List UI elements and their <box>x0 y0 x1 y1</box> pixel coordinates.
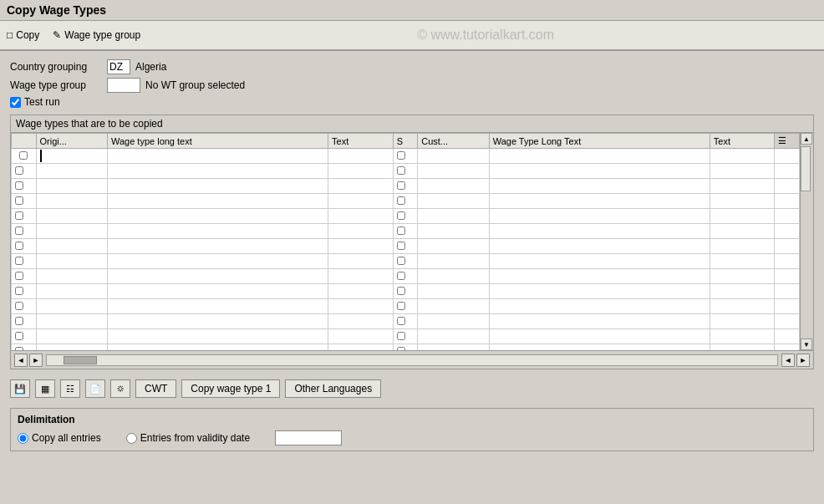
col-header-text2: Text <box>710 134 775 149</box>
toolbar: □ Copy ✎ Wage type group © www.tutorialk… <box>0 21 824 51</box>
table-row <box>12 344 800 351</box>
next-col-btn[interactable]: ► <box>796 354 810 367</box>
entries-from-radio-item: Entries from validity date <box>126 432 250 444</box>
col-header-settings[interactable]: ☰ <box>775 134 800 149</box>
country-grouping-input[interactable] <box>107 59 130 74</box>
wage-type-group-label: Wage type group <box>10 79 102 91</box>
next-page-btn[interactable]: ► <box>29 354 43 367</box>
table-header-row: Origi... Wage type long text Text S Cust… <box>12 134 800 149</box>
scroll-up-btn[interactable]: ▲ <box>801 133 812 145</box>
prev-page-btn[interactable]: ◄ <box>14 354 28 367</box>
validity-date-input[interactable] <box>275 430 342 445</box>
col-header-s: S <box>393 134 418 149</box>
other-languages-label: Other Languages <box>294 383 372 395</box>
row-wage-type-long[interactable] <box>489 149 710 164</box>
col-header-orig: Origi... <box>36 134 107 149</box>
table-row <box>12 209 800 224</box>
copy-all-radio-item: Copy all entries <box>18 432 101 444</box>
toolbar-copy[interactable]: □ Copy <box>7 29 39 41</box>
copy-wage-type-label: Copy wage type 1 <box>191 383 271 395</box>
toolbar-wage-type-group[interactable]: ✎ Wage type group <box>53 29 140 41</box>
row-text[interactable] <box>328 149 394 164</box>
copy-icon: □ <box>7 29 13 41</box>
table-row <box>12 314 800 329</box>
copy-wage-type-button[interactable]: Copy wage type 1 <box>181 379 280 398</box>
save-icon: 💾 <box>14 384 26 395</box>
title-bar: Copy Wage Types <box>0 0 824 21</box>
table-row <box>12 149 800 164</box>
table-container: Origi... Wage type long text Text S Cust… <box>11 133 813 350</box>
test-run-checkbox[interactable] <box>10 97 21 108</box>
scroll-thumb[interactable] <box>801 146 811 191</box>
window-title: Copy Wage Types <box>7 3 106 17</box>
save-icon-btn[interactable]: 💾 <box>10 379 30 398</box>
scroll-down-btn[interactable]: ▼ <box>801 339 812 350</box>
table-row <box>12 269 800 284</box>
toolbar-wage-type-group-label: Wage type group <box>64 29 140 41</box>
main-window: Copy Wage Types □ Copy ✎ Wage type group… <box>0 0 824 504</box>
table-row <box>12 239 800 254</box>
table-row <box>12 164 800 179</box>
test-run-row: Test run <box>10 96 814 108</box>
pencil-icon: ✎ <box>53 29 61 41</box>
data-table: Origi... Wage type long text Text S Cust… <box>11 133 800 350</box>
wage-type-group-input[interactable] <box>107 78 140 93</box>
table-row <box>12 329 800 344</box>
country-grouping-row: Country grouping Algeria <box>10 59 814 74</box>
wage-type-group-value: No WT group selected <box>145 79 245 91</box>
country-name: Algeria <box>135 61 166 73</box>
main-content: Country grouping Algeria Wage type group… <box>0 51 824 504</box>
grid-icon: ▦ <box>41 384 49 395</box>
col-header-checkbox <box>12 134 37 149</box>
table-row <box>12 284 800 299</box>
test-run-label: Test run <box>24 96 60 108</box>
entries-from-radio[interactable] <box>126 433 137 444</box>
list-icon: ☷ <box>66 384 74 395</box>
watermark: © www.tutorialkart.com <box>154 28 817 43</box>
row-checkbox[interactable] <box>12 149 37 164</box>
row-cust[interactable] <box>418 149 489 164</box>
row-orig[interactable] <box>36 149 107 164</box>
buttons-area: 💾 ▦ ☷ 📄 ⛭ CWT Copy wage type 1 Other Lan… <box>10 376 814 401</box>
row-s <box>393 149 418 164</box>
toolbar-copy-label: Copy <box>16 29 39 41</box>
wage-type-group-row: Wage type group No WT group selected <box>10 78 814 93</box>
wage-types-table-section: Wage types that are to be copied Origi..… <box>10 115 814 369</box>
export-icon-btn[interactable]: 📄 <box>85 379 105 398</box>
entries-from-label: Entries from validity date <box>140 432 250 444</box>
table-row <box>12 179 800 194</box>
copy-all-label: Copy all entries <box>32 432 101 444</box>
row-long-text[interactable] <box>107 149 328 164</box>
settings-icon: ⛭ <box>116 384 125 394</box>
table-footer: ◄ ► ◄ ► <box>11 350 813 369</box>
grid-icon-btn[interactable]: ▦ <box>35 379 55 398</box>
row-text2[interactable] <box>710 149 775 164</box>
col-header-long: Wage type long text <box>107 134 328 149</box>
country-grouping-label: Country grouping <box>10 61 102 73</box>
table-row <box>12 194 800 209</box>
table-title: Wage types that are to be copied <box>11 115 813 133</box>
table-row <box>12 224 800 239</box>
delimitation-title: Delimitation <box>18 414 806 425</box>
cwt-button[interactable]: CWT <box>135 379 176 398</box>
h-scrollbar-left[interactable] <box>46 354 778 366</box>
table-row <box>12 299 800 314</box>
vertical-scrollbar[interactable]: ▲ ▼ <box>800 133 813 350</box>
prev-col-btn[interactable]: ◄ <box>781 354 795 367</box>
col-header-cust: Cust... <box>418 134 489 149</box>
table-row <box>12 254 800 269</box>
list-icon-btn[interactable]: ☷ <box>60 379 80 398</box>
other-languages-button[interactable]: Other Languages <box>285 379 381 398</box>
delimitation-options: Copy all entries Entries from validity d… <box>18 430 806 445</box>
cwt-label: CWT <box>145 383 167 395</box>
col-header-longtext: Wage Type Long Text <box>489 134 710 149</box>
settings-icon-btn[interactable]: ⛭ <box>110 379 130 398</box>
col-header-text: Text <box>328 134 394 149</box>
copy-all-radio[interactable] <box>18 433 28 444</box>
h-scroll-thumb <box>64 356 97 364</box>
export-icon: 📄 <box>89 384 101 395</box>
delimitation-section: Delimitation Copy all entries Entries fr… <box>10 408 814 451</box>
